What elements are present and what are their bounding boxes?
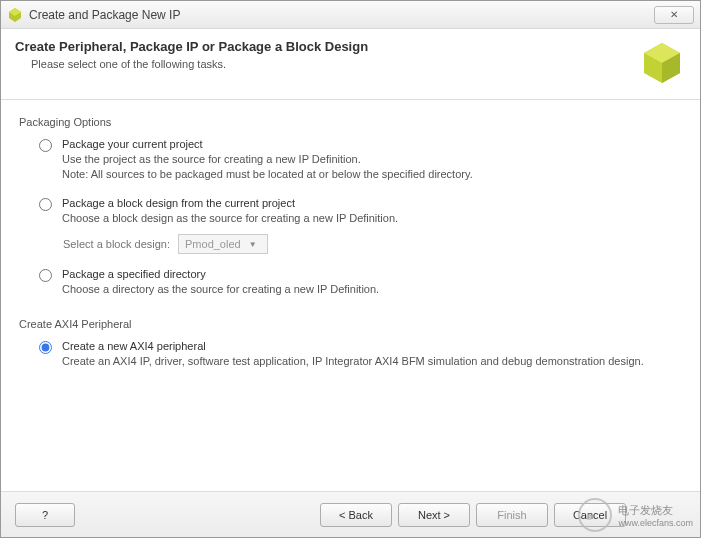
window-title: Create and Package New IP (29, 8, 180, 22)
block-design-select-row: Select a block design: Pmod_oled ▼ (63, 234, 682, 254)
option-desc: Create an AXI4 IP, driver, software test… (62, 354, 682, 369)
radio-package-current-project[interactable] (39, 139, 52, 152)
help-label: ? (42, 509, 48, 521)
radio-package-block-design[interactable] (39, 198, 52, 211)
watermark: 电子发烧友 www.elecfans.com (578, 498, 693, 532)
back-label: < Back (339, 509, 373, 521)
watermark-logo-icon (578, 498, 612, 532)
option-title: Package a block design from the current … (62, 197, 682, 209)
finish-label: Finish (497, 509, 526, 521)
option-create-axi4-peripheral[interactable]: Create a new AXI4 peripheral Create an A… (39, 340, 682, 369)
radio-package-directory[interactable] (39, 269, 52, 282)
option-text: Package a specified directory Choose a d… (62, 268, 682, 297)
option-title: Create a new AXI4 peripheral (62, 340, 682, 352)
footer-left: ? (15, 503, 75, 527)
page-subtitle: Please select one of the following tasks… (15, 58, 628, 70)
close-icon: ✕ (670, 9, 678, 20)
watermark-text: 电子发烧友 (618, 503, 693, 518)
watermark-text-block: 电子发烧友 www.elecfans.com (618, 503, 693, 528)
option-desc: Choose a block design as the source for … (62, 211, 682, 226)
packaging-options-label: Packaging Options (19, 116, 682, 128)
option-desc: Use the project as the source for creati… (62, 152, 682, 183)
next-button[interactable]: Next > (398, 503, 470, 527)
chevron-down-icon: ▼ (249, 240, 257, 249)
dialog-window: Create and Package New IP ✕ Create Perip… (0, 0, 701, 538)
packaging-options-group: Packaging Options Package your current p… (19, 116, 682, 298)
block-design-select-label: Select a block design: (63, 238, 170, 250)
next-label: Next > (418, 509, 450, 521)
option-title: Package your current project (62, 138, 682, 150)
block-design-combo: Pmod_oled ▼ (178, 234, 268, 254)
window-close-button[interactable]: ✕ (654, 6, 694, 24)
option-desc: Choose a directory as the source for cre… (62, 282, 682, 297)
axi-peripheral-label: Create AXI4 Peripheral (19, 318, 682, 330)
option-title: Package a specified directory (62, 268, 682, 280)
option-text: Create a new AXI4 peripheral Create an A… (62, 340, 682, 369)
page-title: Create Peripheral, Package IP or Package… (15, 39, 628, 54)
option-text: Package a block design from the current … (62, 197, 682, 226)
header-panel: Create Peripheral, Package IP or Package… (1, 29, 700, 100)
back-button[interactable]: < Back (320, 503, 392, 527)
combo-value: Pmod_oled (185, 238, 241, 250)
radio-create-axi4-peripheral[interactable] (39, 341, 52, 354)
option-package-directory[interactable]: Package a specified directory Choose a d… (39, 268, 682, 297)
body-panel: Packaging Options Package your current p… (1, 100, 700, 491)
titlebar-left: Create and Package New IP (7, 7, 180, 23)
watermark-url: www.elecfans.com (618, 518, 693, 528)
header-brand-icon (638, 39, 686, 87)
option-package-current-project[interactable]: Package your current project Use the pro… (39, 138, 682, 183)
titlebar: Create and Package New IP ✕ (1, 1, 700, 29)
option-package-block-design[interactable]: Package a block design from the current … (39, 197, 682, 226)
help-button[interactable]: ? (15, 503, 75, 527)
option-text: Package your current project Use the pro… (62, 138, 682, 183)
axi-peripheral-group: Create AXI4 Peripheral Create a new AXI4… (19, 318, 682, 369)
finish-button: Finish (476, 503, 548, 527)
header-texts: Create Peripheral, Package IP or Package… (15, 39, 628, 70)
app-icon (7, 7, 23, 23)
